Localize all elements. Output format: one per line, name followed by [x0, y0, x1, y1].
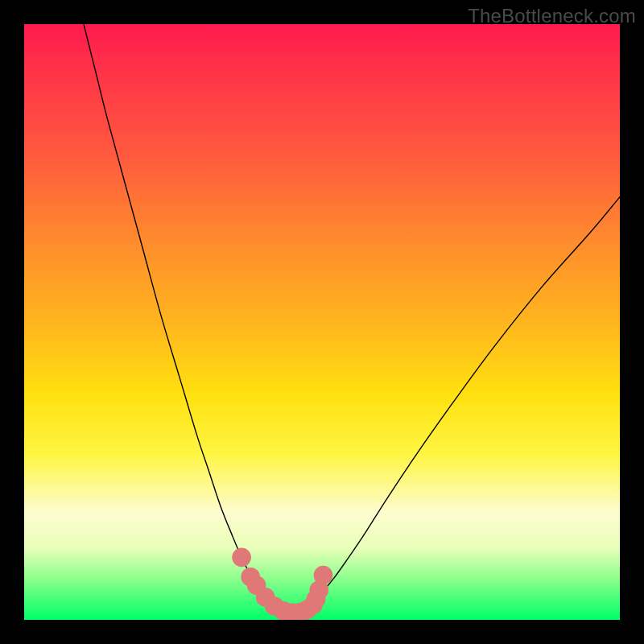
data-marker [232, 547, 251, 567]
plot-area [24, 24, 620, 620]
bottleneck-curve-left [84, 24, 287, 615]
curve-layer [84, 24, 620, 615]
marker-layer [232, 547, 332, 620]
data-marker [314, 566, 333, 585]
bottleneck-curve-right [287, 197, 620, 615]
chart-svg [24, 24, 620, 620]
chart-stage: TheBottleneck.com [0, 0, 644, 644]
